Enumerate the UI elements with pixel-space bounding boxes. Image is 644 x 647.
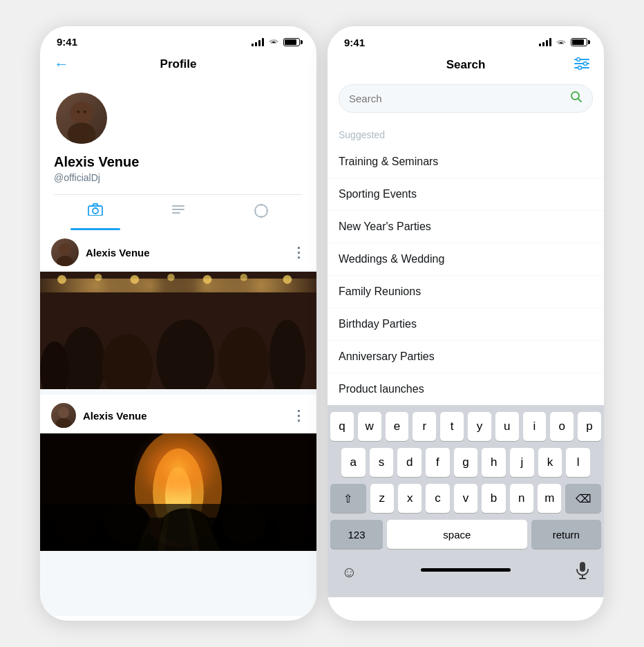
key-x[interactable]: x xyxy=(398,484,422,513)
svg-point-19 xyxy=(283,275,292,284)
search-icon[interactable] xyxy=(570,91,583,106)
nav-bar-search: Search xyxy=(328,53,604,77)
key-m[interactable]: m xyxy=(538,484,561,513)
key-i[interactable]: i xyxy=(523,412,547,441)
key-j[interactable]: j xyxy=(510,448,534,477)
filter-icon[interactable] xyxy=(574,57,590,73)
key-n[interactable]: n xyxy=(510,484,533,513)
svg-rect-32 xyxy=(40,518,316,551)
status-icons-1 xyxy=(252,37,300,47)
svg-point-18 xyxy=(240,274,247,281)
suggestion-item-3[interactable]: Weddings & Wedding xyxy=(328,243,604,276)
key-v[interactable]: v xyxy=(454,484,477,513)
suggestion-item-6[interactable]: Anniversary Parties xyxy=(328,341,604,373)
post-more-2[interactable]: ⋮ xyxy=(292,407,305,424)
svg-point-16 xyxy=(167,274,175,281)
key-l[interactable]: l xyxy=(566,448,590,477)
return-key[interactable]: return xyxy=(531,520,601,549)
status-bar-1: 9:41 xyxy=(40,26,316,52)
svg-point-33 xyxy=(56,507,97,543)
svg-point-9 xyxy=(255,205,267,217)
key-z[interactable]: z xyxy=(370,484,394,513)
svg-point-36 xyxy=(222,503,265,544)
keyboard: q w e r t y u i o p a s d f g h j k xyxy=(328,405,604,597)
tab-posts[interactable] xyxy=(137,195,220,230)
key-k[interactable]: k xyxy=(538,448,562,477)
key-r[interactable]: r xyxy=(413,412,436,441)
shift-key[interactable]: ⇧ xyxy=(330,484,366,513)
back-button[interactable]: ← xyxy=(54,55,69,73)
key-u[interactable]: u xyxy=(495,412,519,441)
svg-marker-39 xyxy=(135,452,178,551)
post-image-2 xyxy=(40,433,316,551)
profile-header: Alexis Venue @officialDj xyxy=(40,77,316,230)
key-d[interactable]: d xyxy=(397,448,422,477)
tab-photos[interactable] xyxy=(54,195,137,230)
key-h[interactable]: h xyxy=(482,448,506,477)
numbers-key[interactable]: 123 xyxy=(330,520,383,549)
profile-name: Alexis Venue xyxy=(54,154,303,170)
battery-icon-1 xyxy=(283,38,300,46)
home-indicator xyxy=(421,568,511,572)
key-c[interactable]: c xyxy=(426,484,449,513)
list-icon xyxy=(171,203,186,222)
search-input-wrapper[interactable] xyxy=(339,84,593,113)
key-e[interactable]: e xyxy=(386,412,409,441)
svg-point-46 xyxy=(578,66,582,70)
svg-point-45 xyxy=(584,62,587,66)
svg-marker-38 xyxy=(156,452,200,551)
emoji-icon[interactable]: ☺ xyxy=(341,563,357,581)
suggested-label: Suggested xyxy=(328,120,604,146)
svg-point-1 xyxy=(68,122,96,144)
key-w[interactable]: w xyxy=(358,412,381,441)
signal-icon-1 xyxy=(252,38,264,46)
keyboard-bottom-bar: ☺ xyxy=(330,556,601,597)
suggestion-item-5[interactable]: Birthday Parties xyxy=(328,308,604,341)
post-more-1[interactable]: ⋮ xyxy=(292,244,305,261)
key-t[interactable]: t xyxy=(440,412,464,441)
svg-point-15 xyxy=(131,275,140,284)
key-f[interactable]: f xyxy=(426,448,450,477)
svg-point-30 xyxy=(153,449,204,536)
backspace-key[interactable]: ⌫ xyxy=(565,484,601,513)
keyboard-row-2: a s d f g h j k l xyxy=(330,448,601,477)
svg-point-34 xyxy=(104,503,151,544)
keyboard-row-1: q w e r t y u i o p xyxy=(330,412,601,441)
search-input[interactable] xyxy=(349,93,565,104)
suggestion-item-0[interactable]: Training & Seminars xyxy=(328,146,604,178)
space-key[interactable]: space xyxy=(387,520,527,549)
wifi-icon-1 xyxy=(268,37,279,47)
tab-links[interactable] xyxy=(220,195,303,230)
profile-content[interactable]: Alexis Venue @officialDj xyxy=(40,77,316,616)
key-p[interactable]: p xyxy=(578,412,601,441)
phone-search: 9:41 Search xyxy=(328,26,604,621)
key-y[interactable]: y xyxy=(468,412,491,441)
suggestion-item-4[interactable]: Family Reunions xyxy=(328,276,604,308)
suggestion-item-7[interactable]: Product launches xyxy=(328,373,604,405)
status-icons-2 xyxy=(539,36,587,48)
key-a[interactable]: a xyxy=(341,448,366,477)
compass-icon xyxy=(254,203,269,222)
status-time-2: 9:41 xyxy=(344,37,365,48)
svg-rect-6 xyxy=(172,205,184,207)
svg-rect-48 xyxy=(580,562,585,572)
key-b[interactable]: b xyxy=(482,484,505,513)
nav-bar-profile: ← Profile xyxy=(40,52,316,77)
key-o[interactable]: o xyxy=(550,412,574,441)
status-bar-2: 9:41 xyxy=(328,26,604,53)
camera-icon xyxy=(88,203,103,222)
post-avatar-2 xyxy=(51,403,76,428)
mic-icon[interactable] xyxy=(575,561,590,583)
suggestions-container: Suggested Training & Seminars Sporting E… xyxy=(328,120,604,405)
post-card-2: Alexis Venue ⋮ xyxy=(40,395,316,551)
key-g[interactable]: g xyxy=(454,448,478,477)
svg-point-2 xyxy=(77,111,80,113)
key-s[interactable]: s xyxy=(370,448,394,477)
suggestion-item-2[interactable]: New Year's Parties xyxy=(328,211,604,243)
key-q[interactable]: q xyxy=(330,412,354,441)
post-image-1 xyxy=(40,272,316,389)
suggestion-item-1[interactable]: Sporting Events xyxy=(328,178,604,211)
post-card-1: Alexis Venue ⋮ xyxy=(40,230,316,389)
search-bar-container xyxy=(328,77,604,120)
post-header-2: Alexis Venue ⋮ xyxy=(40,395,316,433)
